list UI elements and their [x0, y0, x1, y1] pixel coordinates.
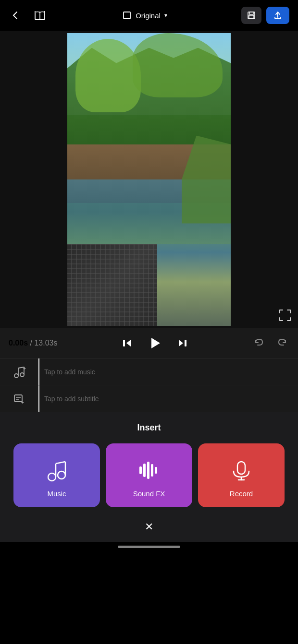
playhead-2	[38, 385, 39, 412]
music-track-row[interactable]: + Tap to add music	[0, 358, 298, 385]
svg-rect-29	[155, 467, 157, 474]
back-button[interactable]	[9, 9, 22, 22]
svg-point-11	[20, 373, 24, 377]
music-track-icon-area: +	[0, 364, 38, 380]
svg-point-20	[48, 473, 56, 481]
save-button[interactable]	[241, 7, 261, 24]
undo-button[interactable]	[252, 335, 267, 351]
insert-options: Music Sound FX Record	[10, 443, 288, 507]
soundfx-card-label: Sound FX	[133, 489, 165, 498]
record-insert-button[interactable]: Record	[198, 443, 285, 507]
chevron-down-icon: ▾	[164, 12, 167, 19]
svg-rect-26	[143, 464, 146, 477]
svg-rect-30	[237, 462, 245, 474]
time-separator-total: / 13.03s	[28, 339, 57, 347]
svg-text:+: +	[21, 400, 24, 405]
insert-panel: Insert Music Sound FX	[0, 412, 298, 507]
svg-rect-27	[147, 462, 149, 479]
home-bar	[118, 546, 180, 548]
playback-controls	[120, 334, 190, 352]
svg-line-24	[56, 462, 65, 464]
subtitle-track-row[interactable]: + Tap to add subtitle	[0, 385, 298, 412]
video-frame	[67, 33, 231, 326]
aspect-label: Original	[136, 12, 161, 20]
video-preview	[0, 31, 298, 328]
soundfx-insert-button[interactable]: Sound FX	[106, 443, 192, 507]
svg-rect-25	[139, 466, 142, 474]
svg-text:+: +	[23, 366, 26, 371]
svg-marker-5	[126, 340, 131, 346]
svg-marker-7	[151, 338, 160, 348]
upload-button[interactable]	[266, 7, 289, 24]
timeline-controls: 0.00s / 13.03s	[0, 328, 298, 358]
svg-point-10	[14, 374, 18, 378]
aspect-ratio-selector[interactable]: Original ▾	[122, 11, 167, 20]
book-button[interactable]	[32, 8, 48, 23]
subtitle-track-icon-area: +	[0, 391, 38, 406]
fullscreen-button[interactable]	[279, 309, 291, 322]
insert-title: Insert	[10, 423, 288, 433]
current-time: 0.00s	[9, 339, 28, 347]
playhead	[38, 358, 39, 385]
close-button[interactable]: ✕	[135, 517, 163, 537]
music-card-label: Music	[47, 489, 66, 498]
skip-back-button[interactable]	[120, 336, 134, 350]
header-left	[9, 8, 48, 23]
svg-rect-9	[185, 340, 186, 346]
app-header: Original ▾	[0, 0, 298, 31]
svg-rect-4	[249, 15, 254, 19]
play-button[interactable]	[146, 334, 164, 352]
svg-marker-8	[179, 340, 183, 346]
time-display: 0.00s / 13.03s	[9, 339, 57, 347]
track-area: + Tap to add music + Tap to add subtitle	[0, 358, 298, 412]
history-controls	[252, 335, 289, 351]
redo-button[interactable]	[274, 335, 289, 351]
music-track-label: Tap to add music	[38, 368, 298, 376]
svg-rect-28	[151, 464, 153, 477]
header-right	[241, 7, 289, 24]
music-insert-button[interactable]: Music	[13, 443, 100, 507]
record-card-label: Record	[230, 489, 253, 498]
close-area: ✕	[0, 507, 298, 542]
skip-forward-button[interactable]	[175, 336, 190, 350]
svg-point-21	[58, 471, 65, 479]
subtitle-track-label: Tap to add subtitle	[38, 395, 298, 403]
svg-rect-6	[123, 340, 125, 346]
home-indicator-area	[0, 542, 298, 556]
svg-rect-1	[124, 12, 130, 19]
